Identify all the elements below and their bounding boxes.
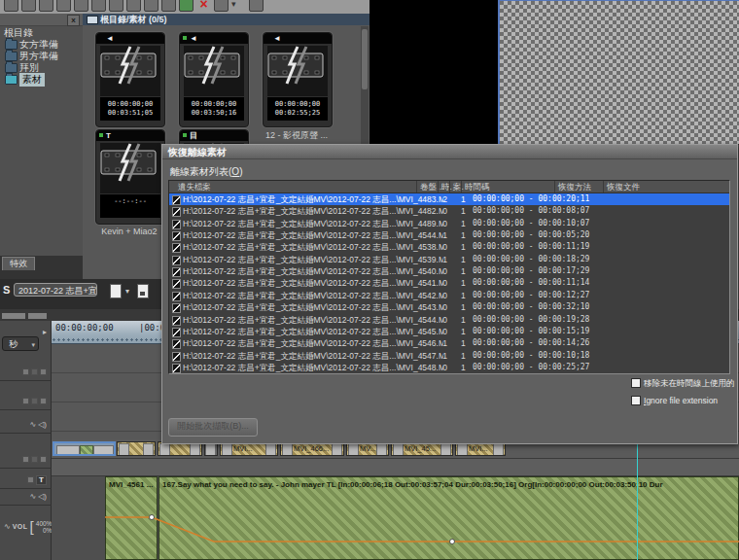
bin-clip-thumbnail[interactable]: ◄00:00:00;0000:02:55;25	[263, 32, 333, 127]
delete-icon[interactable]: ×	[196, 0, 211, 12]
list-view-icon[interactable]	[91, 0, 106, 12]
clip-edge[interactable]	[393, 443, 404, 456]
clip-edge[interactable]	[159, 443, 170, 456]
column-header-5[interactable]: 時間碼	[461, 181, 490, 192]
track-header-controls[interactable]: ∿◁)	[29, 420, 47, 429]
column-header-7[interactable]: 恢復文件	[603, 181, 640, 192]
track-header-controls[interactable]: T	[27, 475, 47, 484]
folder-icon[interactable]	[56, 0, 71, 12]
column-header-1[interactable]: 遺失檔案	[175, 181, 211, 192]
lock-icon[interactable]	[22, 368, 29, 375]
missing-file-row[interactable]: H:\2012-07-22 志昌+宜君_文定結婚MV\2012-07-22 志昌…	[169, 373, 729, 374]
playhead-line[interactable]	[637, 439, 638, 560]
trim-icon[interactable]	[39, 0, 53, 12]
time-unit-dropdown[interactable]: 秒 ▾	[2, 336, 39, 351]
missing-file-row[interactable]: H:\2012-07-22 志昌+宜君_文定結婚MV\2012-07-22 志昌…	[169, 205, 729, 217]
sidebar-item-2[interactable]: 男方準備	[0, 50, 83, 61]
text-icon[interactable]	[74, 0, 88, 12]
thumbnail-view-icon[interactable]	[109, 0, 123, 12]
missing-file-row[interactable]: H:\2012-07-22 志昌+宜君_文定結婚MV\2012-07-22 志昌…	[169, 301, 729, 313]
dialog-titlebar[interactable]: 恢復離線素材	[162, 145, 737, 159]
speaker-icon[interactable]: ◁)	[38, 492, 47, 501]
scrollbar-thumb[interactable]	[362, 29, 368, 89]
panel-icon[interactable]	[249, 0, 264, 12]
new-bin-icon[interactable]	[4, 0, 18, 12]
clip-edge[interactable]	[265, 443, 276, 456]
ignore-extension-checkbox-row[interactable]: Ignore file extension	[631, 396, 738, 405]
missing-file-row[interactable]: H:\2012-07-22 志昌+宜君_文定結婚MV\2012-07-22 志昌…	[169, 362, 729, 373]
missing-file-row[interactable]: H:\2012-07-22 志昌+宜君_文定結婚MV\2012-07-22 志昌…	[169, 337, 729, 349]
clip-edge[interactable]	[440, 443, 451, 456]
sidebar-item-3[interactable]: 拜別	[0, 61, 83, 73]
bin-clip-thumbnail[interactable]: ◄00:00:00;0000:03:50;16	[179, 32, 249, 127]
title-track-icon[interactable]: T	[36, 475, 47, 485]
expand-icon[interactable]	[31, 398, 38, 404]
lock-icon[interactable]	[22, 398, 29, 404]
capture-icon[interactable]	[144, 0, 158, 12]
clip-edge[interactable]	[205, 443, 216, 456]
timeline-mode-icon[interactable]	[2, 313, 25, 319]
detail-view-icon[interactable]	[126, 0, 141, 12]
timeline-clip[interactable]	[117, 441, 156, 456]
clip-edge[interactable]	[332, 443, 342, 456]
checkbox-icon[interactable]	[631, 396, 641, 405]
clip-edge[interactable]	[222, 443, 232, 456]
tab-sequence[interactable]: 2012-07-22 志昌+宜...	[14, 283, 97, 297]
start-batch-capture-button[interactable]: 開始批次擷取(B)...	[168, 418, 258, 437]
clip-segment[interactable]	[93, 445, 114, 456]
grid-icon[interactable]	[40, 398, 47, 404]
missing-file-row[interactable]: H:\2012-07-22 志昌+宜君_文定結婚MV\2012-07-22 志昌…	[169, 326, 729, 337]
missing-file-row[interactable]: H:\2012-07-22 志昌+宜君_文定結婚MV\2012-07-22 志昌…	[169, 229, 729, 241]
speaker-icon[interactable]: ◁)	[38, 420, 47, 429]
properties-icon[interactable]	[214, 0, 229, 12]
sidebar-item-4[interactable]: 素材	[0, 73, 83, 85]
green-strip-icon[interactable]	[179, 0, 194, 12]
grid-icon[interactable]	[40, 368, 47, 375]
tree-root[interactable]: 根目錄	[0, 26, 83, 38]
missing-file-row[interactable]: H:\2012-07-22 志昌+宜君_文定結婚MV\2012-07-22 志昌…	[169, 193, 729, 205]
missing-file-row[interactable]: H:\2012-07-22 志昌+宜君_文定結婚MV\2012-07-22 志昌…	[169, 254, 729, 265]
clip-edge[interactable]	[376, 443, 387, 456]
missing-file-row[interactable]: H:\2012-07-22 志昌+宜君_文定結婚MV\2012-07-22 志昌…	[169, 314, 729, 326]
expand-icon[interactable]	[31, 368, 38, 375]
tab-effects[interactable]: 特效	[2, 257, 35, 270]
missing-file-row[interactable]: H:\2012-07-22 志昌+宜君_文定結婚MV\2012-07-22 志昌…	[169, 265, 729, 277]
waveform-icon[interactable]: ∿	[29, 420, 36, 429]
lock-icon[interactable]	[27, 476, 34, 483]
new-sequence-icon[interactable]	[110, 284, 122, 298]
clip-edge[interactable]	[493, 443, 504, 456]
missing-files-list[interactable]: 遺失檔案卷盤…時.案.時間碼恢復方法恢復文件 H:\2012-07-22 志昌+…	[168, 180, 730, 374]
bin-clip-thumbnail[interactable]: ◄00:00:00;0000:03:51;05	[95, 32, 165, 127]
clip-segment[interactable]	[56, 445, 80, 456]
bin-clip-thumbnail[interactable]: T--:--:--	[95, 129, 165, 225]
sidebar-item-1[interactable]: 女方準備	[0, 38, 83, 50]
clip-edge[interactable]	[119, 443, 129, 456]
missing-file-row[interactable]: H:\2012-07-22 志昌+宜君_文定結婚MV\2012-07-22 志昌…	[169, 350, 729, 362]
missing-file-row[interactable]: H:\2012-07-22 志昌+宜君_文定結婚MV\2012-07-22 志昌…	[169, 218, 729, 229]
expand-icon[interactable]	[31, 456, 38, 463]
missing-file-row[interactable]: H:\2012-07-22 志昌+宜君_文定結婚MV\2012-07-22 志昌…	[169, 277, 729, 289]
timeline-mode-icon[interactable]	[28, 313, 47, 319]
track-header-controls[interactable]: ∿◁)	[29, 492, 47, 501]
clip-edge[interactable]	[348, 443, 359, 456]
clip-edge[interactable]	[457, 443, 468, 456]
missing-file-row[interactable]: H:\2012-07-22 志昌+宜君_文定結婚MV\2012-07-22 志昌…	[169, 290, 729, 301]
column-header-6[interactable]: 恢復方法	[554, 181, 591, 192]
expand-arrow-icon[interactable]: ▸	[43, 328, 47, 336]
import-sequence-icon[interactable]	[137, 284, 149, 298]
lock-icon[interactable]	[22, 456, 29, 463]
track-header-controls[interactable]	[22, 397, 47, 405]
grid-icon[interactable]	[40, 456, 47, 463]
audio-clip[interactable]: 167.Say what you need to say. - John may…	[158, 476, 739, 560]
search-icon[interactable]	[21, 0, 36, 12]
remove-unused-checkbox-row[interactable]: 移除未在時間線上使用的	[631, 378, 738, 388]
add-clip-icon[interactable]	[161, 0, 176, 12]
chevron-down-icon[interactable]: ▾	[125, 287, 129, 296]
track-header-controls[interactable]	[22, 368, 47, 376]
missing-file-row[interactable]: H:\2012-07-22 志昌+宜君_文定結婚MV\2012-07-22 志昌…	[169, 241, 729, 253]
clip-edge[interactable]	[190, 443, 200, 456]
dropdown-caret-icon[interactable]: ▾	[231, 0, 244, 10]
clip-segment[interactable]	[80, 445, 93, 456]
track-header-controls[interactable]	[22, 455, 47, 464]
close-icon[interactable]: x	[67, 15, 80, 26]
